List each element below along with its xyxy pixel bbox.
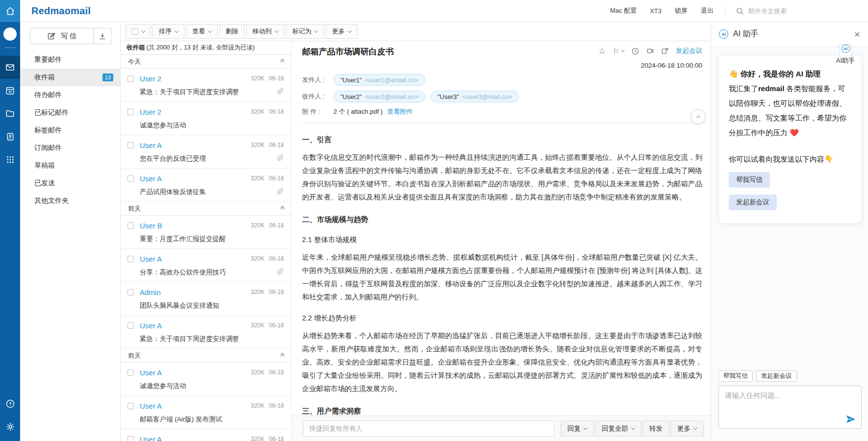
mail-list-item[interactable]: User A320K06-18产品试用体验反馈征集 xyxy=(121,169,291,202)
ai-quick-chip[interactable]: 发起新会议 xyxy=(756,370,797,382)
toolbar-button-移动到[interactable]: 移动到 xyxy=(246,24,284,39)
collapse-group-icon[interactable] xyxy=(281,59,284,64)
mail-list-item[interactable]: User A320K06-18 xyxy=(121,429,291,441)
topbar-link[interactable]: 锁屏 xyxy=(675,6,688,15)
sidebar-folder-item[interactable]: 待办邮件 xyxy=(20,86,120,104)
mail-checkbox[interactable] xyxy=(128,109,134,115)
reader-header: 邮箱产品市场调研白皮书 ☆ ⚐ 发起会议 2024-06-18 10 xyxy=(292,41,711,123)
body-heading: 2.2 增长趋势分析 xyxy=(302,312,702,324)
mail-checkbox[interactable] xyxy=(128,403,134,409)
notes-icon[interactable] xyxy=(0,125,20,148)
sidebar-folder-item[interactable]: 草稿箱 xyxy=(20,157,120,174)
ai-assistant-button[interactable]: AI AI助手 xyxy=(839,44,852,59)
mail-icon[interactable] xyxy=(0,56,20,79)
remind-clock-icon[interactable] xyxy=(631,47,639,55)
flag-icon[interactable]: ⚐ xyxy=(613,48,624,55)
receive-mail-button[interactable] xyxy=(94,28,111,44)
mail-group-header[interactable]: 前天 xyxy=(121,202,291,216)
collapse-group-icon[interactable] xyxy=(281,206,284,211)
contact-address: <user2@email.cn> xyxy=(365,93,418,100)
toolbar-button-label: 标记为 xyxy=(292,27,311,36)
sidebar-folder-item[interactable]: 其他文件夹 xyxy=(20,192,120,210)
search-icon[interactable] xyxy=(736,7,744,15)
attachment-label: 附 件 : xyxy=(302,107,333,116)
reply-button-更多[interactable]: 更多 xyxy=(670,420,704,437)
ai-question-input[interactable] xyxy=(719,386,861,428)
mail-checkbox[interactable] xyxy=(128,175,134,182)
quick-reply-input[interactable] xyxy=(303,420,555,437)
recipient-chip[interactable]: "User3"<user3@mail.cn> xyxy=(431,91,519,102)
toolbar-button-删除[interactable]: 删除 xyxy=(219,24,245,39)
select-all-button[interactable] xyxy=(126,24,151,39)
mail-list-item[interactable]: User A320K06-18邮箱客户端 (Air版) 发布测试 xyxy=(121,396,291,429)
mail-meta: 320K06-18 xyxy=(251,402,284,409)
toolbar-button-排序[interactable]: 排序 xyxy=(153,24,184,39)
ai-assistant-label: AI助手 xyxy=(836,56,855,65)
reply-button-回复全部[interactable]: 回复全部 xyxy=(595,420,641,437)
sender-chip[interactable]: "User1"<user1@email.cn> xyxy=(333,74,425,86)
mail-checkbox[interactable] xyxy=(128,75,134,82)
open-in-new-icon[interactable] xyxy=(661,47,669,55)
mail-list-item[interactable]: User A320K06-18分享：高效办公软件使用技巧 xyxy=(121,249,291,282)
topbar-link[interactable]: XT3 xyxy=(650,7,662,15)
mail-checkbox[interactable] xyxy=(128,142,134,148)
calendar-icon[interactable]: 30 xyxy=(0,79,20,102)
sidebar-folder-item[interactable]: 已发送 xyxy=(20,174,120,192)
reply-buttons: 回复回复全部转发更多 xyxy=(561,420,704,437)
ai-suggestion-button[interactable]: 发起新会议 xyxy=(729,195,777,210)
mail-list-item[interactable]: User 2320K06-18诚邀您参与活动 xyxy=(121,102,291,135)
ai-quick-chip[interactable]: 帮我写信 xyxy=(718,370,753,382)
mail-list-item[interactable]: User A320K06-18紧急：关于项目下周进度安排调整 xyxy=(121,316,291,349)
topbar-link[interactable]: 退出 xyxy=(701,6,714,15)
avatar[interactable] xyxy=(3,27,17,41)
gear-icon[interactable] xyxy=(0,415,20,438)
mail-checkbox[interactable] xyxy=(128,222,134,229)
mail-list-item[interactable]: User B320K06-18重要：月度工作汇报提交提醒 xyxy=(121,216,291,249)
apps-grid-icon[interactable] xyxy=(0,148,20,171)
sidebar-folder-item[interactable]: 收件箱13 xyxy=(20,69,120,86)
view-attachment-link[interactable]: 查看附件 xyxy=(387,107,412,116)
close-icon[interactable]: × xyxy=(854,29,860,39)
mail-sender: User B xyxy=(140,221,162,230)
toolbar-button-查看[interactable]: 查看 xyxy=(186,24,218,39)
topbar-link[interactable]: Mac 配置 xyxy=(610,6,637,15)
send-icon[interactable] xyxy=(845,414,856,425)
collapse-group-icon[interactable] xyxy=(281,353,284,358)
mail-size: 320K xyxy=(251,436,264,441)
mail-subject: 产品试用体验反馈征集 xyxy=(140,188,206,196)
mail-checkbox[interactable] xyxy=(128,436,134,441)
reply-button-转发[interactable]: 转发 xyxy=(642,420,669,437)
sidebar-folder-item[interactable]: 已标记邮件 xyxy=(20,104,120,122)
mail-group-header[interactable]: 今天 xyxy=(121,55,291,69)
start-meeting-link[interactable]: 发起会议 xyxy=(676,47,702,55)
ai-suggestion-button[interactable]: 帮我写信 xyxy=(729,172,770,188)
folder-icon[interactable] xyxy=(0,102,20,125)
reply-button-label: 转发 xyxy=(649,424,663,433)
mail-meta: 320K06-18 xyxy=(251,75,284,82)
sidebar-folder-item[interactable]: 标签邮件 xyxy=(20,122,120,139)
reply-button-回复[interactable]: 回复 xyxy=(561,420,594,437)
mail-list-item[interactable]: User A320K06-18您在平台的反馈已受理 xyxy=(121,135,291,169)
mail-checkbox[interactable] xyxy=(128,322,134,329)
mail-checkbox[interactable] xyxy=(128,289,134,295)
mail-checkbox[interactable] xyxy=(128,369,134,376)
select-all-checkbox[interactable] xyxy=(132,28,138,35)
help-icon[interactable]: ? xyxy=(0,392,20,415)
sidebar-folder-item[interactable]: 重要邮件 xyxy=(20,51,120,69)
star-icon[interactable]: ☆ xyxy=(598,47,606,55)
contact-address: <user1@email.cn> xyxy=(365,76,418,84)
toolbar-button-更多[interactable]: 更多 xyxy=(326,24,357,39)
stamp-icon[interactable] xyxy=(646,47,654,55)
toolbar-button-标记为[interactable]: 标记为 xyxy=(286,24,324,39)
mail-checkbox[interactable] xyxy=(128,256,134,262)
recipient-chip[interactable]: "User2"<user2@email.cn> xyxy=(333,91,425,102)
mail-list-item[interactable]: User 2320K06-18紧急：关于项目下周进度安排调整 xyxy=(121,69,291,102)
sidebar-folder-item[interactable]: 订阅邮件 xyxy=(20,139,120,157)
mail-list-item[interactable]: User A320K06-18诚邀您参与活动 xyxy=(121,363,291,396)
home-icon[interactable] xyxy=(0,0,20,22)
mail-list-item[interactable]: Admin320K06-18团队头脑风暴会议安排通知 xyxy=(121,282,291,316)
search-input[interactable] xyxy=(748,7,822,15)
collapse-header-button[interactable] xyxy=(691,109,706,124)
mail-group-header[interactable]: 前天 xyxy=(121,349,291,363)
compose-button[interactable]: 写 信 xyxy=(30,28,94,44)
